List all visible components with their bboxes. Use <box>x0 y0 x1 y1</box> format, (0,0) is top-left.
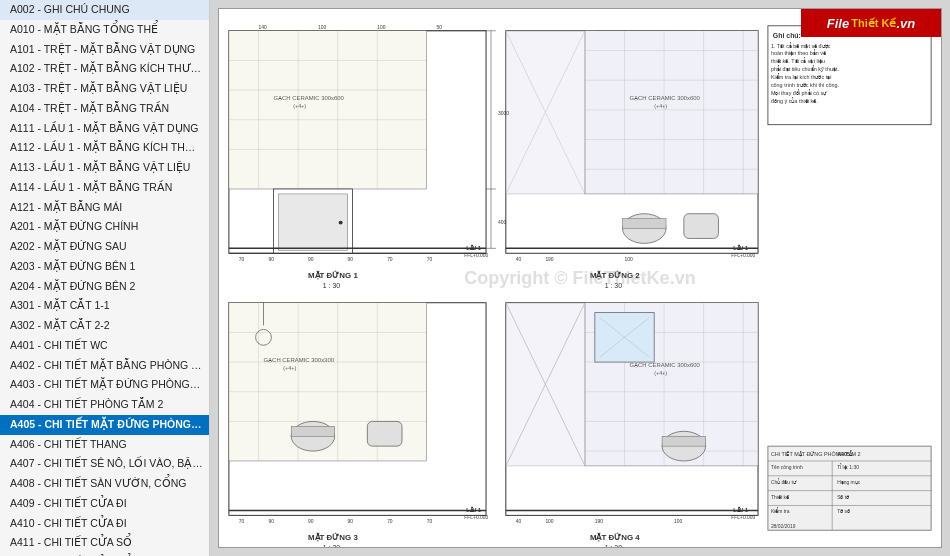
sidebar-item-a114[interactable]: A114 - LẦU 1 - MẶT BẰNG TRẦN <box>0 178 209 198</box>
svg-text:(+4+): (+4+) <box>283 365 296 371</box>
svg-text:GẠCH CERAMIC 300x600: GẠCH CERAMIC 300x600 <box>273 95 344 102</box>
svg-text:40: 40 <box>516 257 522 262</box>
sidebar-item-a201[interactable]: A201 - MẶT ĐỨNG CHÍNH <box>0 217 209 237</box>
sidebar-item-a204[interactable]: A204 - MẶT ĐỨNG BÊN 2 <box>0 277 209 297</box>
svg-text:Tỉ lệ: 1:30: Tỉ lệ: 1:30 <box>837 463 859 470</box>
svg-text:1. Tất cả bề mặt sẽ được: 1. Tất cả bề mặt sẽ được <box>771 42 831 49</box>
svg-text:100: 100 <box>625 257 633 262</box>
drawing-area: File Thiết Kế .vn Copyright © FileThietK… <box>218 8 942 548</box>
sidebar-item-a402[interactable]: A402 - CHI TIẾT MẶT BẰNG PHÒNG TẮM 1 <box>0 356 209 376</box>
svg-text:Mọi thay đổi phải có sự: Mọi thay đổi phải có sự <box>771 89 827 96</box>
sidebar-item-a409[interactable]: A409 - CHI TIẾT CỬA ĐI <box>0 494 209 514</box>
logo-file: File <box>827 16 849 31</box>
svg-rect-133 <box>768 446 931 530</box>
svg-text:Số tờ: Số tờ <box>837 495 850 500</box>
svg-text:Thiết kế: Thiết kế <box>771 495 790 500</box>
sidebar-item-a405[interactable]: A405 - CHI TIẾT MẶT ĐỨNG PHÒNG TẮM 2 <box>0 415 209 435</box>
svg-text:đồng ý của thiết kế.: đồng ý của thiết kế. <box>771 97 818 104</box>
svg-text:Ghi chú:: Ghi chú: <box>773 32 801 39</box>
svg-text:1 : 30: 1 : 30 <box>323 282 340 289</box>
svg-text:MẶT ĐỨNG 1: MẶT ĐỨNG 1 <box>308 270 358 280</box>
svg-text:Kiểm tra: Kiểm tra <box>771 507 790 514</box>
svg-text:70: 70 <box>427 257 433 262</box>
svg-text:40: 40 <box>516 519 522 524</box>
sidebar-item-a112[interactable]: A112 - LẦU 1 - MẶT BẰNG KÍCH THƯỚC <box>0 138 209 158</box>
sidebar-item-a401[interactable]: A401 - CHI TIẾT WC <box>0 336 209 356</box>
svg-text:400: 400 <box>498 220 506 225</box>
logo-domain: .vn <box>896 16 915 31</box>
sidebar-item-a103[interactable]: A103 - TRỆT - MẶT BẰNG VẬT LIỆU <box>0 79 209 99</box>
svg-point-31 <box>339 221 343 225</box>
svg-text:LẦU 1: LẦU 1 <box>733 244 748 251</box>
sidebar-item-a302[interactable]: A302 - MẶT CẮT 2-2 <box>0 316 209 336</box>
sidebar-item-a203[interactable]: A203 - MẶT ĐỨNG BÊN 1 <box>0 257 209 277</box>
svg-text:GẠCH CERAMIC 300x600: GẠCH CERAMIC 300x600 <box>629 95 700 102</box>
svg-text:GẠCH CERAMIC 300x600: GẠCH CERAMIC 300x600 <box>629 362 700 369</box>
svg-text:hoàn thiện theo bản vẽ: hoàn thiện theo bản vẽ <box>771 49 826 56</box>
logo-area: File Thiết Kế .vn <box>801 9 941 37</box>
sidebar-item-a111[interactable]: A111 - LẦU 1 - MẶT BẰNG VẬT DỤNG <box>0 119 209 139</box>
svg-text:FFL+0.000: FFL+0.000 <box>464 515 488 520</box>
sidebar-item-a102[interactable]: A102 - TRỆT - MẶT BẰNG KÍCH THƯỚC <box>0 59 209 79</box>
svg-text:Tên công trình: Tên công trình <box>771 465 803 470</box>
svg-text:100: 100 <box>318 25 326 30</box>
svg-text:Tờ số: Tờ số <box>837 509 850 514</box>
logo-brand: Thiết Kế <box>851 17 896 30</box>
svg-text:70: 70 <box>427 519 433 524</box>
sidebar-item-a404[interactable]: A404 - CHI TIẾT PHÒNG TẮM 2 <box>0 395 209 415</box>
svg-rect-30 <box>278 194 347 250</box>
svg-text:190: 190 <box>545 257 553 262</box>
svg-text:MẶT ĐỨNG 4: MẶT ĐỨNG 4 <box>590 532 640 542</box>
sidebar-item-a406[interactable]: A406 - CHI TIẾT THANG <box>0 435 209 455</box>
sidebar-item-a104[interactable]: A104 - TRỆT - MẶT BẰNG TRẦN <box>0 99 209 119</box>
svg-text:MẶT ĐỨNG 3: MẶT ĐỨNG 3 <box>308 532 358 542</box>
svg-rect-66 <box>684 214 719 239</box>
svg-rect-123 <box>662 436 706 446</box>
svg-text:FFL+0.000: FFL+0.000 <box>464 253 488 258</box>
sidebar-item-a002[interactable]: A002 - GHI CHÚ CHUNG <box>0 0 209 20</box>
svg-text:90: 90 <box>308 519 314 524</box>
sidebar-item-a101[interactable]: A101 - TRỆT - MẶT BẰNG VẬT DỤNG <box>0 40 209 60</box>
svg-text:công trình trước khi thi công.: công trình trước khi thi công. <box>771 82 840 88</box>
svg-rect-91 <box>367 421 402 446</box>
svg-rect-65 <box>623 219 667 229</box>
svg-text:70: 70 <box>239 257 245 262</box>
svg-text:LẦU 1: LẦU 1 <box>733 506 748 513</box>
svg-text:50: 50 <box>437 25 443 30</box>
svg-text:(+4+): (+4+) <box>293 103 306 109</box>
svg-text:FFL+0.000: FFL+0.000 <box>731 515 755 520</box>
svg-text:90: 90 <box>268 257 274 262</box>
svg-text:70: 70 <box>239 519 245 524</box>
sidebar-item-a410[interactable]: A410 - CHI TIẾT CỬA ĐI <box>0 514 209 534</box>
sidebar-item-a113[interactable]: A113 - LẦU 1 - MẶT BẰNG VẬT LIỆU <box>0 158 209 178</box>
sidebar: A002 - GHI CHÚ CHUNGA010 - MẶT BẰNG TỔNG… <box>0 0 210 556</box>
sidebar-item-a010[interactable]: A010 - MẶT BẰNG TỔNG THỂ <box>0 20 209 40</box>
svg-text:Kiểm tra lại kích thước tại: Kiểm tra lại kích thước tại <box>771 73 832 80</box>
svg-text:LẦU 1: LẦU 1 <box>466 506 481 513</box>
svg-text:90: 90 <box>268 519 274 524</box>
svg-text:phải đạt tiêu chuẩn kỹ thuật.: phải đạt tiêu chuẩn kỹ thuật. <box>771 65 840 72</box>
svg-text:1 : 30: 1 : 30 <box>605 544 622 547</box>
svg-text:90: 90 <box>348 519 354 524</box>
svg-text:1 : 30: 1 : 30 <box>323 544 340 547</box>
svg-text:70: 70 <box>387 257 393 262</box>
sidebar-item-a202[interactable]: A202 - MẶT ĐỨNG SAU <box>0 237 209 257</box>
sidebar-item-a301[interactable]: A301 - MẶT CẮT 1-1 <box>0 296 209 316</box>
sidebar-item-a407[interactable]: A407 - CHI TIẾT SÊ NÔ, LỐI VÀO, BẬC CẤP <box>0 454 209 474</box>
sidebar-item-a121[interactable]: A121 - MẶT BẰNG MÁI <box>0 198 209 218</box>
svg-text:90: 90 <box>348 257 354 262</box>
svg-text:190: 190 <box>595 519 603 524</box>
sidebar-item-a403[interactable]: A403 - CHI TIẾT MẶT ĐỨNG PHÒNG TẮM 1 <box>0 375 209 395</box>
svg-rect-49 <box>585 31 758 194</box>
svg-text:thiết kế. Tất cả vật liệu: thiết kế. Tất cả vật liệu <box>771 57 825 64</box>
sidebar-list: A002 - GHI CHÚ CHUNGA010 - MẶT BẰNG TỔNG… <box>0 0 209 556</box>
sidebar-item-a411[interactable]: A411 - CHI TIẾT CỬA SỔ <box>0 533 209 553</box>
svg-text:Hạng mục: Hạng mục <box>837 480 861 485</box>
svg-text:1 : 30: 1 : 30 <box>605 282 622 289</box>
svg-rect-63 <box>506 31 585 194</box>
svg-text:GẠCH CERAMIC 300x300: GẠCH CERAMIC 300x300 <box>264 357 335 364</box>
sidebar-item-a408[interactable]: A408 - CHI TIẾT SÀN VƯỜN, CỔNG <box>0 474 209 494</box>
svg-text:90: 90 <box>308 257 314 262</box>
svg-text:MẶT ĐỨNG 2: MẶT ĐỨNG 2 <box>590 270 640 280</box>
svg-text:(+4+): (+4+) <box>654 103 667 109</box>
